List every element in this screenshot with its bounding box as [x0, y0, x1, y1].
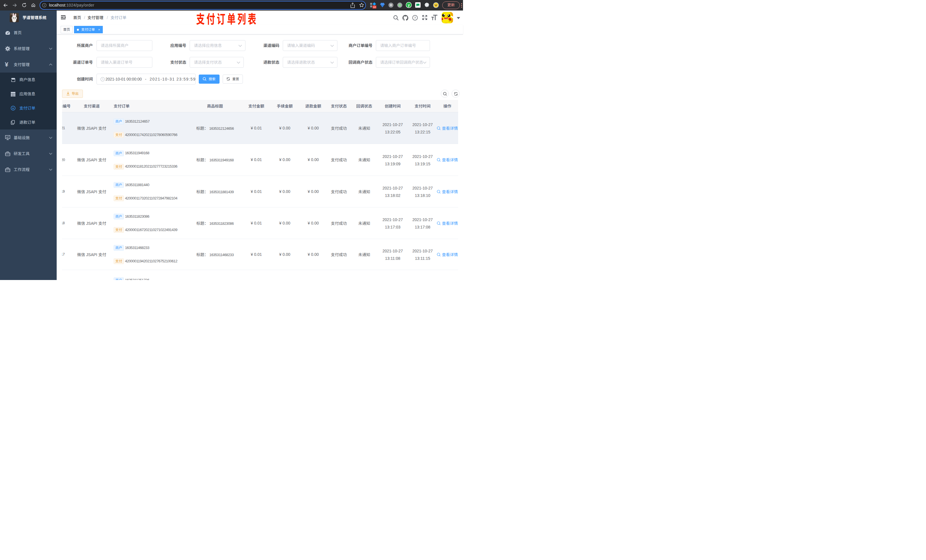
svg-text:?: ?: [414, 16, 416, 20]
svg-text:y: y: [408, 3, 410, 7]
svg-text:⌘: ⌘: [390, 3, 393, 7]
svg-text:10: 10: [373, 6, 376, 9]
svg-text:¥: ¥: [12, 107, 14, 110]
